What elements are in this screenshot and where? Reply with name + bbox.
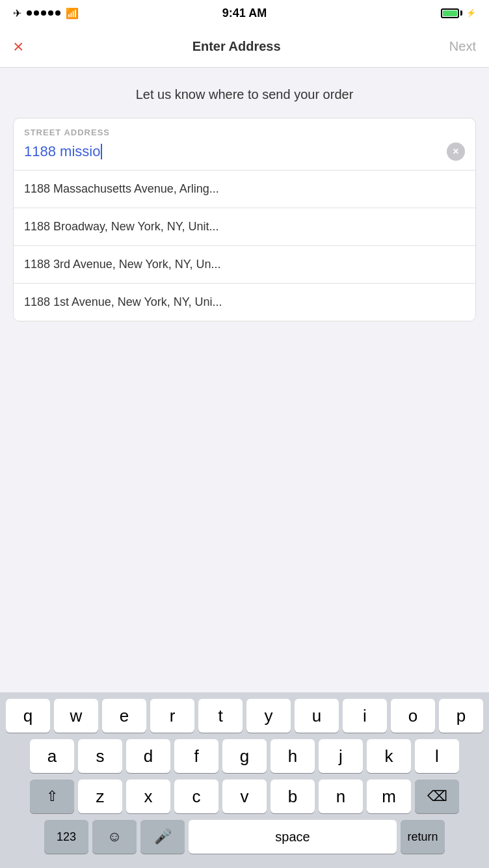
- address-input-row: 1188 missio ×: [24, 142, 465, 161]
- mic-key[interactable]: 🎤: [140, 820, 185, 854]
- wifi-icon: 📶: [66, 7, 79, 20]
- key-k[interactable]: k: [367, 739, 411, 773]
- key-f[interactable]: f: [174, 739, 218, 773]
- suggestion-text-2: 1188 Broadway, New York, NY, Unit...: [24, 220, 219, 233]
- key-t[interactable]: t: [198, 699, 243, 733]
- address-value: 1188 missio: [24, 143, 100, 160]
- close-button[interactable]: ×: [13, 38, 23, 56]
- key-x[interactable]: x: [126, 780, 170, 813]
- shift-key[interactable]: ⇧: [30, 780, 74, 813]
- status-left: ✈ 📶: [13, 7, 79, 20]
- key-r[interactable]: r: [150, 699, 194, 733]
- signal-dots: [27, 10, 60, 16]
- key-w[interactable]: w: [54, 699, 98, 733]
- address-card: STREET ADDRESS 1188 missio × 1188 Massac…: [13, 118, 476, 321]
- bottom-bar: [0, 860, 489, 865]
- suggestion-item[interactable]: 1188 1st Avenue, New York, NY, Uni...: [14, 284, 475, 321]
- address-input-text[interactable]: 1188 missio: [24, 143, 447, 160]
- key-i[interactable]: i: [343, 699, 387, 733]
- bolt-icon: ⚡: [466, 8, 476, 18]
- key-n[interactable]: n: [319, 780, 363, 813]
- status-bar: ✈ 📶 9:41 AM ⚡: [0, 0, 489, 26]
- suggestion-text-3: 1188 3rd Avenue, New York, NY, Un...: [24, 258, 221, 271]
- key-s[interactable]: s: [78, 739, 122, 773]
- suggestion-item[interactable]: 1188 Broadway, New York, NY, Unit...: [14, 208, 475, 246]
- keyboard-row-4: 123 ☺ 🎤 space return: [0, 820, 489, 854]
- keyboard-row-1: q w e r t y u i o p: [0, 699, 489, 733]
- next-button[interactable]: Next: [449, 39, 476, 54]
- delete-key[interactable]: ⌫: [415, 780, 459, 813]
- status-right: ⚡: [441, 8, 476, 18]
- keyboard-row-3: ⇧ z x c v b n m ⌫: [0, 780, 489, 813]
- key-v[interactable]: v: [222, 780, 267, 813]
- battery-icon: [441, 8, 462, 18]
- key-j[interactable]: j: [319, 739, 363, 773]
- key-l[interactable]: l: [415, 739, 459, 773]
- airplane-icon: ✈: [13, 7, 21, 20]
- status-time: 9:41 AM: [222, 7, 267, 20]
- main-content: Let us know where to send your order STR…: [0, 68, 489, 334]
- instruction-text: Let us know where to send your order: [13, 87, 476, 102]
- key-m[interactable]: m: [367, 780, 411, 813]
- suggestion-item[interactable]: 1188 3rd Avenue, New York, NY, Un...: [14, 246, 475, 284]
- key-y[interactable]: y: [246, 699, 291, 733]
- nav-bar: × Enter Address Next: [0, 26, 489, 68]
- key-z[interactable]: z: [78, 780, 122, 813]
- key-u[interactable]: u: [295, 699, 339, 733]
- suggestion-text-1: 1188 Massachusetts Avenue, Arling...: [24, 182, 219, 195]
- key-g[interactable]: g: [222, 739, 267, 773]
- space-key[interactable]: space: [189, 820, 397, 854]
- key-q[interactable]: q: [6, 699, 50, 733]
- address-input-section[interactable]: STREET ADDRESS 1188 missio ×: [14, 118, 475, 170]
- key-e[interactable]: e: [102, 699, 146, 733]
- suggestion-text-4: 1188 1st Avenue, New York, NY, Uni...: [24, 295, 222, 308]
- emoji-key[interactable]: ☺: [92, 820, 137, 854]
- text-cursor: [101, 144, 102, 159]
- key-p[interactable]: p: [439, 699, 483, 733]
- keyboard-row-2: a s d f g h j k l: [0, 739, 489, 773]
- keyboard: q w e r t y u i o p a s d f g h j k l ⇧ …: [0, 692, 489, 868]
- clear-button[interactable]: ×: [447, 142, 465, 161]
- return-key[interactable]: return: [401, 820, 445, 854]
- key-o[interactable]: o: [391, 699, 435, 733]
- nav-title: Enter Address: [192, 39, 281, 54]
- key-a[interactable]: a: [30, 739, 74, 773]
- key-d[interactable]: d: [126, 739, 170, 773]
- key-b[interactable]: b: [271, 780, 315, 813]
- numeric-key[interactable]: 123: [44, 820, 88, 854]
- address-label: STREET ADDRESS: [24, 128, 465, 137]
- key-c[interactable]: c: [174, 780, 218, 813]
- key-h[interactable]: h: [271, 739, 315, 773]
- suggestion-item[interactable]: 1188 Massachusetts Avenue, Arling...: [14, 170, 475, 208]
